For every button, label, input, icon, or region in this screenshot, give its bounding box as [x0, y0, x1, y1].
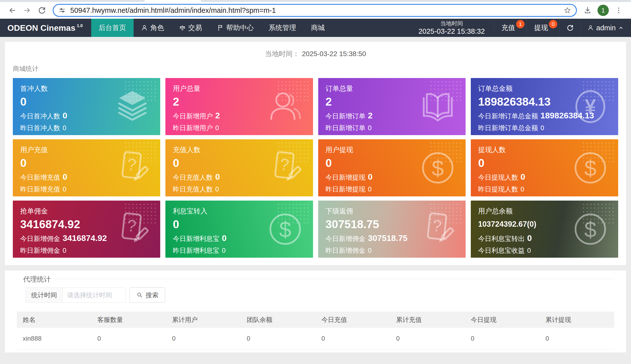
doc-icon: ?: [113, 148, 152, 187]
withdraw-nav-item[interactable]: 提现 0: [527, 19, 559, 37]
content-time-label: 当地时间：: [265, 50, 299, 58]
agent-table: 姓名客服数量累计用户团队余额今日充值累计充值今日提现累计提现 xin888000…: [17, 312, 614, 350]
stat-card-下级返佣: ?下级返佣307518.75今日新增佣金307518.75昨日新增佣金0: [318, 200, 466, 258]
refresh-button[interactable]: [559, 19, 581, 37]
search-button[interactable]: 搜索: [130, 288, 165, 303]
user-menu[interactable]: admin: [581, 24, 631, 32]
table-cell: 0: [91, 328, 166, 350]
svg-text:?: ?: [126, 216, 137, 235]
svg-text:$: $: [279, 217, 291, 242]
local-time-label: 当地时间: [418, 20, 485, 27]
nav-item-label: 商城: [311, 23, 325, 32]
stat-card-用户总量: 用户总量2今日新增用户2昨日新增用户0: [165, 78, 313, 135]
table-row: xin8880000000: [17, 328, 614, 350]
browser-menu-icon[interactable]: [613, 5, 624, 16]
stat-card-利息宝转入: $利息宝转入0今日新增利息宝0昨日新增利息宝0: [165, 200, 313, 258]
active-tab-remnant: [144, 0, 201, 2]
withdraw-badge: 0: [549, 20, 557, 28]
brand-logo[interactable]: ODEON Cinemas 1.0: [0, 19, 91, 37]
stat-time-input[interactable]: [63, 288, 126, 303]
svg-text:?: ?: [279, 155, 290, 174]
dollar-icon: $: [266, 210, 305, 248]
profile-avatar[interactable]: 1: [597, 5, 609, 16]
stat-card-首冲人数: 首冲人数0今日首冲人数0昨日首冲人数0: [13, 78, 160, 135]
layers-icon: [113, 87, 152, 126]
table-header-今日提现: 今日提现: [465, 312, 540, 328]
address-bar[interactable]: 50947.hwymw.net/admin.html#/admin/index/…: [53, 4, 577, 17]
svg-text:$: $: [432, 156, 444, 180]
main-menu: 后台首页角色交易帮助中心系统管理商城: [91, 19, 332, 37]
url-text[interactable]: 50947.hwymw.net/admin.html#/admin/index/…: [70, 6, 564, 14]
nav-item-label: 交易: [188, 23, 202, 32]
search-button-label: 搜索: [146, 291, 158, 300]
nav-menu-item-商城[interactable]: 商城: [304, 19, 332, 37]
table-cell: xin888: [17, 328, 91, 350]
nav-item-label: 系统管理: [269, 23, 296, 32]
nav-item-label: 帮助中心: [226, 23, 254, 32]
username: admin: [596, 24, 616, 32]
stat-card-订单总金额: ¥订单总金额189826384.13今日新增订单总金额189826384.13昨…: [471, 78, 618, 135]
doc-icon: ?: [266, 148, 305, 187]
nav-item-label: 后台首页: [99, 23, 126, 32]
agent-filter-row: 统计时间 搜索: [26, 288, 614, 303]
stat-card-提现人数: $提现人数0今日提现人数0昨日提现人数0: [471, 139, 618, 196]
forward-icon[interactable]: [22, 5, 33, 16]
dollar-icon: $: [418, 148, 457, 187]
stat-card-抢单佣金: ?抢单佣金3416874.92今日新增佣金3416874.92昨日新增佣金0: [13, 200, 160, 258]
agent-fieldset: 代理统计: [17, 279, 614, 279]
table-header-累计用户: 累计用户: [166, 312, 241, 328]
dollar-icon: $: [571, 210, 610, 248]
shop-stats-panel: 当地时间：2025-03-22 15:38:50 商城统计 首冲人数0今日首冲人…: [5, 42, 626, 265]
recharge-label: 充值: [501, 23, 515, 32]
table-cell: 0: [540, 328, 614, 350]
nav-menu-item-后台首页[interactable]: 后台首页: [91, 19, 134, 37]
browser-toolbar: 50947.hwymw.net/admin.html#/admin/index/…: [0, 2, 631, 19]
back-icon[interactable]: [7, 5, 18, 16]
dollar-icon: $: [571, 148, 610, 187]
refresh-icon: [566, 24, 574, 32]
person-icon: [141, 24, 148, 31]
scales-icon: [179, 24, 186, 31]
download-icon[interactable]: [582, 5, 593, 16]
content-local-time: 当地时间：2025-03-22 15:38:50: [13, 42, 618, 58]
table-header-今日充值: 今日充值: [315, 312, 390, 328]
tab-strip: [0, 0, 631, 2]
recharge-badge: 1: [516, 20, 525, 28]
stat-card-订单总量: 订单总量2今日新增订单2昨日新增订单0: [318, 78, 466, 135]
agent-stats-panel: 代理统计 统计时间 搜索 姓名客服数量累计用户团队余额今日充值累计充值今日提现累…: [5, 270, 626, 352]
reload-icon[interactable]: [37, 5, 47, 16]
search-icon: [136, 292, 143, 298]
browser-chrome: 50947.hwymw.net/admin.html#/admin/index/…: [0, 0, 631, 19]
brand-version: 1.0: [77, 24, 83, 28]
table-header-累计提现: 累计提现: [540, 312, 614, 328]
stat-card-充值人数: ?充值人数0今日充值人数0昨日充值人数0: [165, 139, 313, 196]
site-settings-icon[interactable]: [58, 7, 66, 14]
svg-text:¥: ¥: [585, 95, 596, 118]
chevron-up-icon: [618, 25, 623, 30]
stat-card-用户提现: $用户提现0今日新增提现0昨日新增提现0: [318, 139, 466, 196]
table-header-姓名: 姓名: [17, 312, 91, 328]
nav-menu-item-帮助中心[interactable]: 帮助中心: [209, 19, 261, 37]
users-icon: [266, 87, 305, 126]
local-time-block: 当地时间 2025-03-22 15:38:32: [410, 20, 494, 36]
doc-icon: ?: [113, 210, 152, 248]
yen-icon: ¥: [571, 87, 610, 126]
svg-text:$: $: [584, 156, 596, 180]
nav-menu-item-系统管理[interactable]: 系统管理: [261, 19, 304, 37]
nav-menu-item-角色[interactable]: 角色: [134, 19, 171, 37]
svg-text:?: ?: [432, 216, 443, 235]
recharge-nav-item[interactable]: 充值 1: [494, 19, 527, 37]
local-time-value: 2025-03-22 15:38:32: [418, 27, 485, 36]
table-header-累计充值: 累计充值: [390, 312, 465, 328]
doc-icon: ?: [418, 210, 457, 248]
bookmark-star-icon[interactable]: [564, 7, 571, 14]
table-cell: 0: [465, 328, 540, 350]
navbar-right: 当地时间 2025-03-22 15:38:32 充值 1 提现 0 admin: [410, 19, 631, 37]
section-title-agent-stats: 代理统计: [20, 275, 54, 284]
nav-menu-item-交易[interactable]: 交易: [171, 19, 209, 37]
section-title-shop-stats: 商城统计: [13, 64, 618, 73]
agent-table-header-row: 姓名客服数量累计用户团队余额今日充值累计充值今日提现累计提现: [17, 312, 614, 328]
withdraw-label: 提现: [534, 23, 548, 32]
brand-name: ODEON Cinemas: [8, 23, 75, 33]
table-cell: 0: [166, 328, 241, 350]
